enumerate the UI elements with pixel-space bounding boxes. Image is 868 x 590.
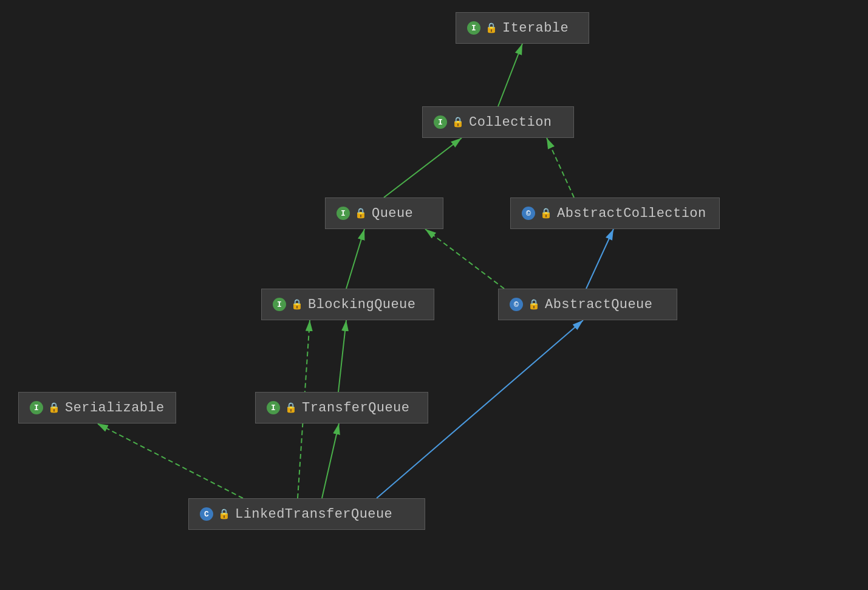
label-linkedtransferqueue: LinkedTransferQueue: [235, 507, 392, 522]
badge-class-abstractcollection: ©: [522, 207, 535, 220]
lock-icon-linkedtransferqueue: 🔒: [218, 508, 230, 520]
label-queue: Queue: [372, 206, 413, 221]
badge-interface-queue: I: [337, 207, 350, 220]
lock-icon-blockingqueue: 🔒: [291, 298, 303, 310]
svg-line-4: [425, 229, 504, 289]
svg-line-3: [346, 229, 364, 289]
lock-icon-abstractcollection: 🔒: [540, 207, 552, 219]
node-linkedtransferqueue[interactable]: C 🔒 LinkedTransferQueue: [188, 498, 425, 530]
lock-icon-collection: 🔒: [452, 116, 464, 128]
node-abstractqueue[interactable]: © 🔒 AbstractQueue: [498, 289, 677, 320]
node-transferqueue[interactable]: I 🔒 TransferQueue: [255, 392, 428, 424]
label-iterable: Iterable: [502, 21, 569, 36]
node-abstractcollection[interactable]: © 🔒 AbstractCollection: [510, 197, 720, 229]
lock-icon-abstractqueue: 🔒: [528, 298, 540, 310]
node-queue[interactable]: I 🔒 Queue: [325, 197, 443, 229]
node-collection[interactable]: I 🔒 Collection: [422, 106, 574, 138]
node-blockingqueue[interactable]: I 🔒 BlockingQueue: [261, 289, 434, 320]
node-serializable[interactable]: I 🔒 Serializable: [18, 392, 176, 424]
svg-line-0: [498, 44, 522, 106]
badge-interface-iterable: I: [467, 21, 480, 35]
label-abstractcollection: AbstractCollection: [557, 206, 706, 221]
svg-line-2: [547, 138, 574, 197]
node-iterable[interactable]: I 🔒 Iterable: [456, 12, 589, 44]
label-serializable: Serializable: [65, 400, 165, 416]
badge-interface-collection: I: [434, 115, 447, 129]
svg-line-5: [586, 229, 613, 289]
diagram-container: I 🔒 Iterable I 🔒 Collection I 🔒 Queue © …: [0, 0, 868, 590]
badge-interface-serializable: I: [30, 401, 43, 414]
svg-line-9: [322, 424, 339, 498]
badge-class-linkedtransferqueue: C: [200, 507, 213, 521]
lock-icon-transferqueue: 🔒: [285, 402, 297, 414]
badge-class-abstractqueue: ©: [510, 298, 523, 311]
label-transferqueue: TransferQueue: [302, 400, 409, 416]
badge-interface-blockingqueue: I: [273, 298, 286, 311]
svg-line-6: [338, 320, 346, 392]
lock-icon-serializable: 🔒: [48, 402, 60, 414]
label-collection: Collection: [469, 115, 552, 130]
label-blockingqueue: BlockingQueue: [308, 297, 415, 312]
badge-interface-transferqueue: I: [267, 401, 280, 414]
lock-icon-queue: 🔒: [355, 207, 367, 219]
svg-line-8: [97, 424, 243, 498]
lock-icon-iterable: 🔒: [485, 22, 497, 34]
svg-line-1: [384, 138, 462, 197]
label-abstractqueue: AbstractQueue: [545, 297, 652, 312]
